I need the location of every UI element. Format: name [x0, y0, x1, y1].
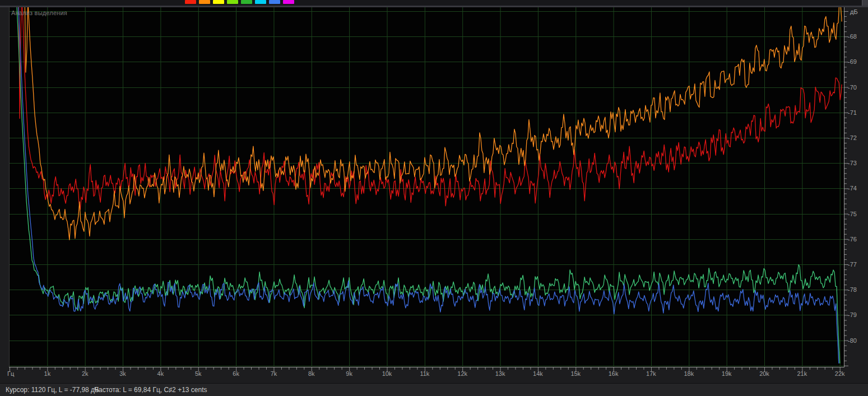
y-tick-label--71dB: -71 — [848, 109, 857, 116]
x-tick-label-4k: 4k — [157, 370, 164, 377]
x-tick-label-18k: 18k — [684, 370, 694, 377]
x-tick-label-7k: 7k — [271, 370, 277, 377]
y-tick-label--76dB: -76 — [848, 236, 857, 243]
y-tick-label--80dB: -80 — [848, 337, 857, 344]
status-cursor-readout: Курсор: 1120 Гц, L = -77,98 дБ — [6, 384, 99, 396]
status-bar: Курсор: 1120 Гц, L = -77,98 дБ Частота: … — [0, 383, 868, 396]
x-tick-label-19k: 19k — [722, 370, 732, 377]
y-tick-label--68dB: -68 — [848, 33, 857, 40]
x-axis-unit-label: Гц — [7, 370, 14, 377]
x-tick-label-22k: 22k — [835, 370, 845, 377]
x-tick-label-9k: 9k — [346, 370, 352, 377]
x-tick-label-14k: 14k — [533, 370, 543, 377]
x-tick-label-3k: 3k — [119, 370, 126, 377]
panel-title: Анализ выделения — [11, 10, 67, 16]
x-tick-label-13k: 13k — [495, 370, 505, 377]
x-tick-label-11k: 11k — [420, 370, 429, 377]
spectrum-plot[interactable] — [0, 0, 868, 383]
y-tick-label--78dB: -78 — [848, 286, 857, 293]
x-tick-label-5k: 5k — [195, 370, 202, 377]
x-tick-label-2k: 2k — [82, 370, 89, 377]
y-tick-label--74dB: -74 — [848, 185, 857, 192]
x-tick-label-10k: 10k — [382, 370, 392, 377]
x-tick-label-12k: 12k — [457, 370, 467, 377]
y-tick-label--73dB: -73 — [848, 160, 857, 166]
x-tick-label-21k: 21k — [797, 370, 807, 377]
x-tick-label-20k: 20k — [759, 370, 769, 377]
y-tick-label--75dB: -75 — [848, 211, 857, 217]
y-axis-unit-label: дБ — [850, 8, 858, 15]
x-tick-label-15k: 15k — [570, 370, 581, 377]
y-tick-label--77dB: -77 — [848, 261, 857, 268]
x-tick-label-8k: 8k — [308, 370, 315, 377]
x-tick-label-17k: 17k — [646, 370, 656, 377]
y-tick-label--70dB: -70 — [848, 84, 857, 91]
y-tick-label--69dB: -69 — [848, 58, 857, 65]
trace-orange — [25, 0, 842, 240]
trace-red — [18, 0, 842, 209]
y-tick-label--72dB: -72 — [848, 134, 857, 141]
status-frequency-readout: Частота: L = 69,84 Гц, C♯2 +13 cents — [94, 384, 207, 396]
x-tick-label-16k: 16k — [609, 370, 619, 377]
x-tick-label-6k: 6k — [233, 370, 239, 377]
y-tick-label--79dB: -79 — [848, 311, 857, 318]
spectrum-traces — [16, 0, 842, 363]
frequency-analysis-panel: Анализ выделения дБ Гц 1k2k3k4k5k6k7k8k9… — [0, 0, 868, 396]
x-tick-label-1k: 1k — [44, 370, 51, 377]
